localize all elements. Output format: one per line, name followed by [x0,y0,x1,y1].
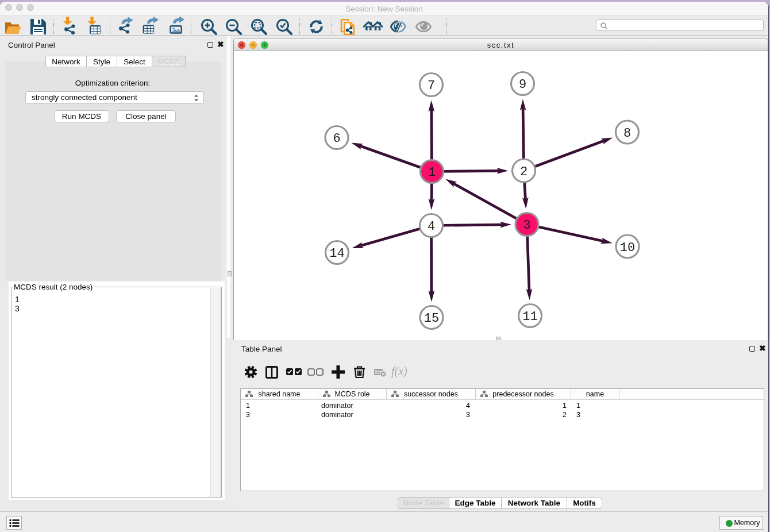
svg-text:10: 10 [620,241,635,255]
svg-text:4: 4 [428,219,435,234]
svg-text:3: 3 [523,218,530,233]
svg-text:1: 1 [428,165,436,180]
svg-text:f(x): f(x) [391,366,407,378]
svg-text:11: 11 [522,310,537,324]
svg-text:6: 6 [333,132,340,146]
svg-text:15: 15 [424,311,439,326]
svg-text:14: 14 [329,246,344,261]
svg-text:9: 9 [519,78,526,92]
svg-text:7: 7 [428,79,435,93]
svg-text:8: 8 [623,126,631,141]
svg-text:2: 2 [520,165,528,179]
